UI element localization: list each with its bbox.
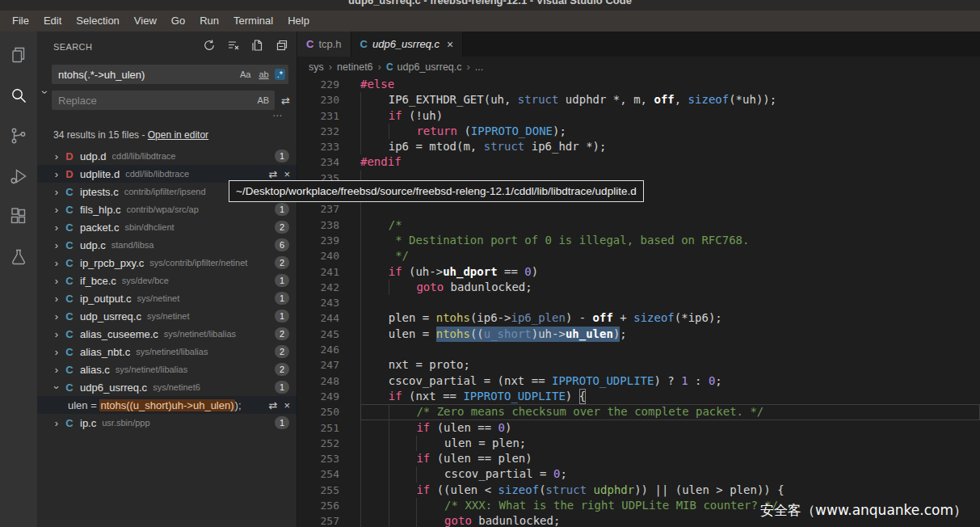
code-line-254[interactable]: 254cscov_partial = 0;: [297, 466, 980, 482]
menu-item-view[interactable]: View: [127, 11, 164, 32]
code-line-253[interactable]: 253if (ulen == plen): [297, 451, 980, 466]
dismiss-icon[interactable]: ×: [284, 399, 290, 411]
search-input[interactable]: ntohs(.*->uh_ulen) Aa ab .*: [52, 65, 288, 84]
match-case-icon[interactable]: Aa: [238, 69, 253, 80]
code-line-241[interactable]: 241if (uh->uh_dport == 0): [297, 264, 980, 280]
search-result-file-ip_output.c[interactable]: ›Cip_output.csys/netinet1: [37, 289, 297, 307]
dismiss-icon[interactable]: ×: [284, 168, 290, 180]
chevron-right-icon[interactable]: ›: [50, 186, 63, 198]
source-control-icon[interactable]: [0, 116, 37, 156]
refresh-icon[interactable]: [203, 39, 216, 55]
clear-search-results-icon[interactable]: [227, 39, 240, 55]
tab-bar: C tcp.h C udp6_usrreq.c ×: [297, 32, 980, 57]
replace-match-icon[interactable]: ⇄: [269, 399, 278, 411]
replace-input[interactable]: Replace AB: [52, 91, 275, 110]
indent-guide: [389, 466, 417, 482]
search-result-file-ip_rpcb_pxy.c[interactable]: ›Cip_rpcb_pxy.csys/contrib/ipfilter/neti…: [37, 254, 297, 272]
code-line-252[interactable]: 252ulen = plen;: [297, 436, 980, 451]
replace-all-icon[interactable]: ⇄: [280, 95, 292, 107]
menu-item-go[interactable]: Go: [164, 11, 192, 32]
code-line-245[interactable]: 245ulen = ntohs((u_short)uh->uh_ulen);: [297, 327, 980, 342]
code-line-238[interactable]: 238/*: [297, 217, 980, 233]
regex-icon[interactable]: .*: [275, 69, 285, 80]
breadcrumb-item[interactable]: udp6_usrreq.c: [397, 61, 462, 73]
chevron-right-icon[interactable]: ›: [50, 150, 63, 162]
indent-guide: [360, 404, 389, 419]
search-result-file-ip.c[interactable]: ›Cip.cusr.sbin/ppp1: [37, 414, 297, 432]
chevron-right-icon[interactable]: ›: [50, 257, 63, 269]
open-new-search-editor-icon[interactable]: [251, 39, 264, 55]
tab-udp6-usrreq-c[interactable]: C udp6_usrreq.c ×: [351, 32, 464, 57]
code-line-232[interactable]: 232return (IPPROTO_DONE);: [297, 124, 980, 139]
code-line-231[interactable]: 231if (!uh): [297, 108, 980, 124]
code-line-242[interactable]: 242goto badunlocked;: [297, 280, 980, 295]
chevron-right-icon[interactable]: ›: [50, 364, 63, 376]
menu-item-help[interactable]: Help: [280, 11, 317, 32]
whole-word-icon[interactable]: ab: [256, 69, 271, 80]
search-result-file-packet.c[interactable]: ›Cpacket.csbin/dhclient2: [37, 218, 297, 236]
code-line-255[interactable]: 255if ((ulen < sizeof(struct udphdr)) ||…: [297, 483, 980, 498]
tab-tcp-h[interactable]: C tcp.h: [297, 32, 351, 57]
run-debug-icon[interactable]: [0, 156, 37, 196]
search-result-file-if_bce.c[interactable]: ›Cif_bce.csys/dev/bce1: [37, 272, 297, 289]
vscode-window: udp6_usrreq.c - freebsd-releng-12.1 - Vi…: [0, 0, 980, 527]
menu-item-run[interactable]: Run: [192, 11, 226, 32]
code-line-234[interactable]: 234#endif: [297, 154, 980, 170]
search-result-match[interactable]: ulen = ntohs((u_short)uh->uh_ulen));⇄×: [37, 396, 297, 414]
chevron-down-icon[interactable]: ›: [51, 381, 63, 394]
code-line-250[interactable]: 250/* Zero means checksum over the compl…: [297, 404, 980, 419]
search-result-file-alias_nbt.c[interactable]: ›Calias_nbt.csys/netinet/libalias2: [37, 343, 297, 360]
code-line-249[interactable]: 249if (nxt == IPPROTO_UDPLITE) {: [297, 389, 980, 404]
code-line-248[interactable]: 248cscov_partial = (nxt == IPPROTO_UDPLI…: [297, 373, 980, 389]
close-tab-icon[interactable]: ×: [447, 38, 453, 51]
preserve-case-icon[interactable]: AB: [254, 95, 271, 106]
replace-all-in-file-icon[interactable]: ⇄: [269, 168, 278, 180]
chevron-right-icon[interactable]: ›: [50, 221, 63, 234]
menu-item-terminal[interactable]: Terminal: [226, 11, 280, 32]
code-line-240[interactable]: 240 */: [297, 248, 980, 264]
search-result-file-fils_hlp.c[interactable]: ›Cfils_hlp.ccontrib/wpa/src/ap1: [37, 200, 297, 218]
search-result-file-udp.c[interactable]: ›Cudp.cstand/libsa6: [37, 236, 297, 254]
open-in-editor-link[interactable]: Open in editor: [148, 129, 208, 141]
code-editor[interactable]: 229#else230IP6_EXTHDR_GET(uh, struct udp…: [297, 77, 980, 527]
file-name: alias_nbt.c: [80, 346, 130, 358]
line-number: 229: [297, 77, 339, 92]
chevron-right-icon[interactable]: ›: [50, 417, 63, 429]
search-result-file-alias.c[interactable]: ›Calias.csys/netinet/libalias2: [37, 360, 297, 378]
code-line-244[interactable]: 244plen = ntohs(ip6->ip6_plen) - off + s…: [297, 310, 980, 326]
chevron-right-icon[interactable]: ›: [50, 310, 63, 323]
testing-beaker-icon[interactable]: [0, 237, 37, 277]
chevron-right-icon[interactable]: ›: [50, 346, 63, 358]
toggle-replace-chevron-icon[interactable]: ›: [39, 65, 52, 120]
breadcrumb-item[interactable]: netinet6: [337, 61, 372, 73]
chevron-right-icon[interactable]: ›: [50, 275, 63, 287]
explorer-icon[interactable]: [0, 35, 37, 75]
search-result-file-udp.d[interactable]: ›Dudp.dcddl/lib/libdtrace1: [37, 147, 297, 165]
chevron-right-icon[interactable]: ›: [50, 328, 63, 340]
code-line-246[interactable]: 246: [297, 342, 980, 357]
menu-item-edit[interactable]: Edit: [36, 11, 69, 32]
chevron-right-icon[interactable]: ›: [50, 293, 63, 305]
breadcrumb-item[interactable]: ...: [475, 61, 483, 73]
search-result-file-udp_usrreq.c[interactable]: ›Cudp_usrreq.csys/netinet1: [37, 307, 297, 325]
menu-item-file[interactable]: File: [5, 11, 36, 32]
code-line-230[interactable]: 230IP6_EXTHDR_GET(uh, struct udphdr *, m…: [297, 92, 980, 108]
code-line-229[interactable]: 229#else: [297, 77, 980, 92]
code-line-237[interactable]: 237: [297, 201, 980, 217]
toggle-search-details-icon[interactable]: ⋯: [52, 110, 292, 120]
search-result-file-udp6_usrreq.c[interactable]: ›Cudp6_usrreq.csys/netinet61: [37, 378, 297, 396]
chevron-right-icon[interactable]: ›: [50, 204, 63, 216]
breadcrumb-item[interactable]: sys: [309, 61, 324, 73]
chevron-right-icon[interactable]: ›: [50, 168, 63, 180]
code-line-239[interactable]: 239 * Destination port of 0 is illegal, …: [297, 233, 980, 248]
search-result-file-alias_cuseeme.c[interactable]: ›Calias_cuseeme.csys/netinet/libalias2: [37, 325, 297, 343]
search-icon[interactable]: [0, 75, 37, 116]
code-line-247[interactable]: 247nxt = proto;: [297, 357, 980, 373]
code-line-251[interactable]: 251if (ulen == 0): [297, 420, 980, 436]
extensions-icon[interactable]: [0, 196, 37, 237]
collapse-all-icon[interactable]: [275, 39, 288, 55]
code-line-243[interactable]: 243: [297, 295, 980, 310]
menu-item-selection[interactable]: Selection: [69, 11, 126, 32]
chevron-right-icon[interactable]: ›: [50, 239, 63, 251]
code-line-233[interactable]: 233ip6 = mtod(m, struct ip6_hdr *);: [297, 139, 980, 154]
